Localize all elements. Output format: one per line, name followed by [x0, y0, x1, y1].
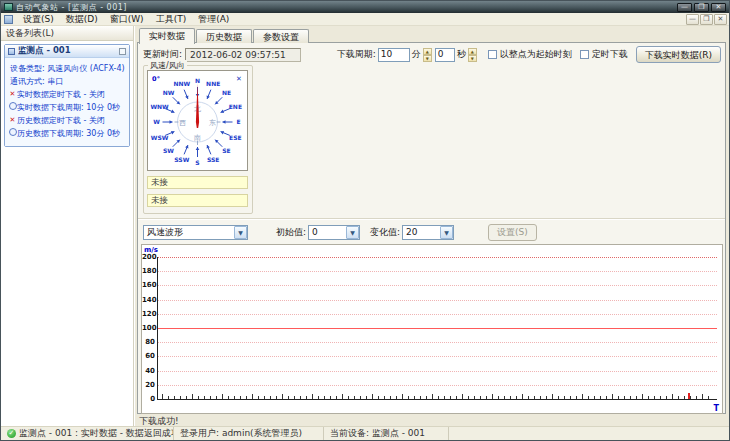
- x-minor-tick: [510, 396, 511, 399]
- stepper-down-icon[interactable]: ▼: [423, 55, 432, 62]
- x-minor-tick: [594, 396, 595, 399]
- x-minor-tick: [330, 396, 331, 399]
- x-minor-tick: [558, 396, 559, 399]
- x-minor-tick: [186, 396, 187, 399]
- x-minor-tick: [414, 396, 415, 399]
- stepper-up-icon[interactable]: ▲: [468, 48, 477, 55]
- x-minor-tick: [228, 396, 229, 399]
- mdi-child-icon[interactable]: [4, 15, 13, 24]
- x-minor-tick: [636, 396, 637, 399]
- initial-value-label: 初始值:: [276, 226, 306, 239]
- y-tick-label: 180: [142, 267, 155, 275]
- settings-button[interactable]: 设置(S): [488, 224, 537, 241]
- status-bar: ✓ 监测点 - 001 : 实时数据 - 数据返回成功! 登录用户: admin…: [1, 426, 729, 440]
- svg-text:SW: SW: [163, 147, 174, 154]
- x-minor-tick: [498, 396, 499, 399]
- seconds-stepper[interactable]: ▲▼: [468, 48, 477, 62]
- x-minor-tick: [378, 396, 379, 399]
- align-start-label: 以整点为起始时刻: [500, 48, 572, 61]
- child-close-button[interactable]: ✕: [714, 14, 727, 25]
- x-minor-tick: [438, 396, 439, 399]
- x-minor-tick: [648, 396, 649, 399]
- device-panel-body: 设备类型: 风速风向仪 (ACFX-4)通讯方式: 串口✕实时数据定时下载 - …: [5, 58, 129, 146]
- menu-item-3[interactable]: 窗口(W): [104, 13, 150, 26]
- waveform-select-value: 风速波形: [147, 226, 183, 239]
- app-window: 自动气象站 - [监测点 - 001] —❐✕ 设置(S)数据(D)窗口(W)工…: [0, 0, 730, 441]
- child-minimize-button[interactable]: —: [686, 14, 699, 25]
- x-minor-tick: [678, 396, 679, 399]
- grid-line-160: [158, 285, 717, 286]
- x-minor-tick: [426, 396, 427, 399]
- svg-text:E: E: [236, 118, 240, 125]
- svg-text:东: 东: [209, 119, 216, 127]
- timed-download-checkbox[interactable]: [580, 50, 589, 59]
- tab-实时数据[interactable]: 实时数据: [139, 28, 195, 44]
- menu-item-4[interactable]: 工具(T): [150, 13, 193, 26]
- wind-group: 风速/风向 NNNENEENEEESESESSESSSWSWWSWWWNWNWN…: [143, 65, 253, 214]
- chevron-down-icon[interactable]: ▼: [346, 226, 359, 239]
- x-minor-tick: [312, 394, 313, 399]
- waveform-select[interactable]: 风速波形 ▼: [143, 225, 248, 240]
- device-panel-header[interactable]: 监测点 - 001: [5, 45, 129, 58]
- stepper-down-icon[interactable]: ▼: [468, 55, 477, 62]
- menu-item-2[interactable]: 数据(D): [60, 13, 104, 26]
- x-minor-tick: [168, 396, 169, 399]
- device-status-text: 历史数据定时下载 - 关闭: [17, 114, 105, 127]
- panel-pin-icon[interactable]: [119, 48, 126, 55]
- x-minor-tick: [366, 396, 367, 399]
- chevron-down-icon[interactable]: ▼: [440, 226, 453, 239]
- x-minor-tick: [630, 396, 631, 399]
- download-realtime-button[interactable]: 下载实时数据(R): [636, 46, 721, 63]
- x-minor-tick: [270, 396, 271, 399]
- x-minor-tick: [240, 396, 241, 399]
- wind-speed-field: 未接: [147, 176, 248, 189]
- clock-icon: [8, 102, 17, 113]
- menu-item-5[interactable]: 管理(A): [192, 13, 235, 26]
- device-icon: [8, 48, 15, 55]
- initial-value-select[interactable]: 0 ▼: [308, 225, 360, 240]
- x-minor-tick: [468, 396, 469, 399]
- grid-line-80: [158, 342, 717, 343]
- x-minor-tick: [216, 396, 217, 399]
- cycle-seconds-input[interactable]: 0: [435, 48, 455, 62]
- x-minor-tick: [276, 396, 277, 399]
- x-minor-tick: [708, 396, 709, 399]
- menu-item-1[interactable]: 设置(S): [17, 13, 60, 26]
- x-axis: [157, 399, 717, 400]
- x-minor-tick: [198, 396, 199, 399]
- x-minor-tick: [570, 396, 571, 399]
- y-tick-label: 0: [142, 395, 155, 403]
- svg-text:N: N: [195, 77, 200, 84]
- cross-icon: ✕: [8, 90, 17, 99]
- x-minor-tick: [294, 396, 295, 399]
- svg-text:南: 南: [194, 134, 201, 142]
- y-tick-label: 20: [142, 381, 155, 389]
- y-tick-label: 80: [142, 338, 155, 346]
- grid-line-120: [158, 314, 717, 315]
- close-button[interactable]: ✕: [711, 3, 726, 12]
- y-tick-label: 140: [142, 296, 155, 304]
- update-time-value: 2012-06-02 09:57:51: [185, 48, 301, 62]
- align-start-checkbox[interactable]: [488, 50, 497, 59]
- x-minor-tick: [522, 394, 523, 399]
- device-status-text: 设备类型: 风速风向仪 (ACFX-4): [10, 62, 125, 75]
- device-status-text: 实时数据下载周期: 10分 0秒: [17, 101, 120, 114]
- chevron-down-icon[interactable]: ▼: [234, 226, 247, 239]
- device-status-line: 通讯方式: 串口: [8, 75, 126, 88]
- x-minor-tick: [258, 396, 259, 399]
- x-minor-tick: [696, 396, 697, 399]
- change-value-select[interactable]: 20 ▼: [402, 225, 454, 240]
- child-restore-button[interactable]: ❐: [700, 14, 713, 25]
- tab-历史数据[interactable]: 历史数据: [196, 29, 252, 43]
- minutes-stepper[interactable]: ▲▼: [423, 48, 432, 62]
- x-minor-tick: [444, 396, 445, 399]
- y-axis: [157, 257, 158, 399]
- device-panel: 监测点 - 001 设备类型: 风速风向仪 (ACFX-4)通讯方式: 串口✕实…: [4, 44, 130, 147]
- minimize-button[interactable]: —: [677, 3, 692, 12]
- tab-参数设置[interactable]: 参数设置: [253, 29, 309, 43]
- stepper-up-icon[interactable]: ▲: [423, 48, 432, 55]
- maximize-button[interactable]: ❐: [694, 3, 709, 12]
- cycle-minutes-input[interactable]: 10: [378, 48, 410, 62]
- clock-icon: [8, 128, 17, 139]
- svg-text:ENE: ENE: [229, 103, 242, 110]
